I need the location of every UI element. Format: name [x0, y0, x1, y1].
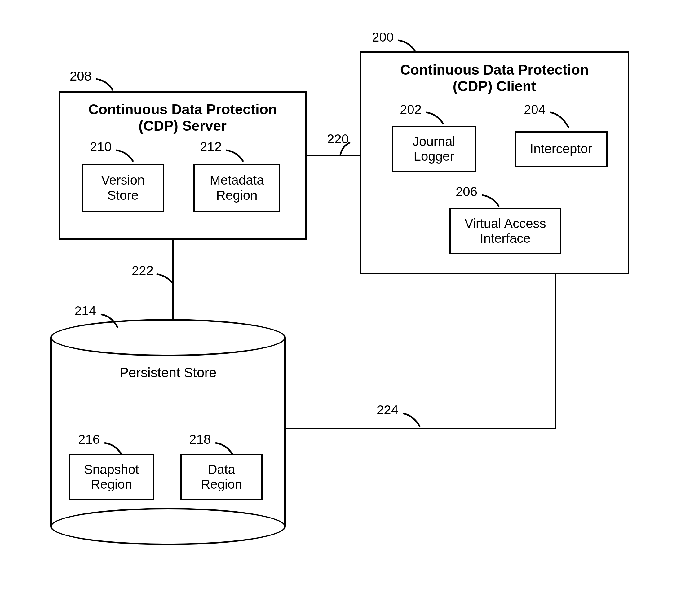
data-region-label-1: Data: [208, 462, 235, 477]
ref-214: 214: [74, 303, 96, 318]
interceptor-box: Interceptor: [514, 131, 608, 167]
leader-200: [397, 39, 419, 54]
leader-218: [214, 441, 235, 457]
leader-206: [480, 193, 502, 209]
ref-202: 202: [400, 102, 422, 117]
leader-220: [339, 141, 356, 156]
virtual-access-box: Virtual Access Interface: [450, 208, 561, 254]
leader-208: [95, 77, 116, 93]
persistent-store-title: Persistent Store: [50, 365, 286, 381]
journal-logger-box: Journal Logger: [392, 126, 476, 172]
leader-204: [549, 111, 572, 130]
data-region-label-2: Region: [201, 477, 242, 492]
version-store-box: Version Store: [82, 164, 164, 212]
leader-202: [425, 111, 446, 126]
ref-206: 206: [456, 184, 477, 199]
ref-212: 212: [200, 139, 222, 154]
cdp-server-title: Continuous Data Protection (CDP) Server: [60, 101, 305, 134]
ref-208: 208: [70, 69, 92, 84]
cyl-bottom: [50, 508, 286, 545]
leader-222: [155, 272, 174, 285]
cdp-client-title-line1: Continuous Data Protection: [361, 62, 628, 78]
virtual-access-label-1: Virtual Access: [464, 216, 546, 231]
version-store-label-1: Version: [101, 173, 145, 188]
ref-216: 216: [78, 432, 100, 447]
ref-218: 218: [189, 432, 211, 447]
leader-214: [99, 313, 121, 330]
leader-224: [401, 412, 423, 429]
metadata-region-label-1: Metadata: [209, 173, 264, 188]
ref-222: 222: [132, 263, 153, 278]
leader-212: [225, 149, 247, 164]
journal-logger-label-2: Logger: [414, 149, 454, 164]
conn-224-vert: [555, 274, 556, 429]
interceptor-label: Interceptor: [530, 141, 592, 156]
cdp-client-title: Continuous Data Protection (CDP) Client: [361, 62, 628, 95]
cdp-client-box: Continuous Data Protection (CDP) Client …: [359, 51, 629, 274]
leader-210: [115, 149, 136, 164]
data-region-box: Data Region: [180, 454, 262, 500]
snapshot-region-box: Snapshot Region: [69, 454, 154, 500]
version-store-label-2: Store: [107, 188, 138, 203]
ref-200: 200: [372, 30, 394, 45]
cdp-server-title-line1: Continuous Data Protection: [60, 101, 305, 118]
ref-210: 210: [90, 139, 111, 154]
leader-216: [103, 441, 125, 457]
metadata-region-box: Metadata Region: [194, 164, 280, 212]
journal-logger-label-1: Journal: [412, 134, 455, 149]
ref-224: 224: [377, 403, 398, 418]
snapshot-region-label-2: Region: [91, 477, 132, 492]
snapshot-region-label-1: Snapshot: [84, 462, 139, 477]
ref-204: 204: [524, 102, 546, 117]
cyl-top: [50, 319, 286, 356]
cdp-client-title-line2: (CDP) Client: [361, 78, 628, 95]
cdp-server-box: Continuous Data Protection (CDP) Server …: [58, 91, 307, 240]
virtual-access-label-2: Interface: [480, 231, 530, 246]
cdp-server-title-line2: (CDP) Server: [60, 118, 305, 134]
metadata-region-label-2: Region: [216, 188, 257, 203]
